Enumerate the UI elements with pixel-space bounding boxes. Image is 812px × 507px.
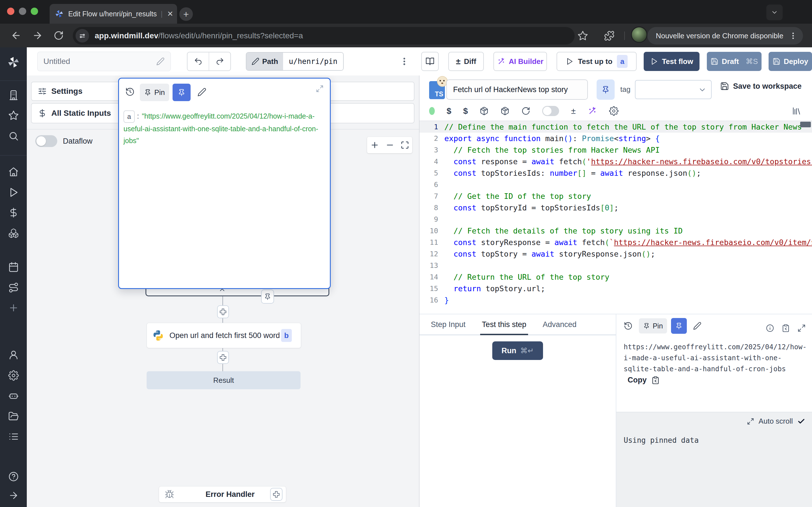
path-button[interactable]: Path u/henri/pin — [246, 52, 344, 71]
sidebar-item-home[interactable] — [0, 166, 27, 177]
reload-icon[interactable] — [54, 31, 64, 41]
new-tab-button[interactable]: + — [179, 7, 193, 21]
undo-button[interactable] — [188, 52, 209, 70]
zoom-in-icon[interactable] — [370, 140, 379, 150]
pencil-icon[interactable] — [197, 88, 206, 97]
expand-icon[interactable] — [797, 324, 806, 332]
traffic-light-close[interactable] — [7, 8, 14, 15]
back-icon[interactable] — [11, 30, 21, 41]
active-pin-button[interactable] — [172, 83, 191, 101]
fit-view-icon[interactable] — [401, 141, 409, 149]
traffic-light-zoom[interactable] — [31, 8, 38, 15]
sidebar-item-workers[interactable] — [0, 390, 27, 401]
pinned-input-popup: Pin a:"https://www.geoffreylitt.com/2025… — [118, 78, 331, 289]
sidebar-item-settings[interactable] — [0, 370, 27, 381]
active-pin-button[interactable] — [671, 318, 687, 334]
insert-step-button[interactable] — [217, 305, 229, 318]
sidebar-item-expand[interactable] — [0, 490, 27, 501]
bookmark-star-icon[interactable] — [577, 31, 588, 41]
sidebar-item-routes[interactable] — [0, 282, 27, 293]
error-handler-node[interactable]: Error Handler — [159, 486, 286, 503]
tab-advanced[interactable]: Advanced — [543, 314, 576, 335]
traffic-light-minimize[interactable] — [19, 8, 26, 15]
pin-icon — [264, 293, 271, 300]
history-icon[interactable] — [624, 321, 633, 330]
windmill-logo[interactable] — [0, 56, 27, 69]
redo-button[interactable] — [209, 52, 231, 70]
flow-name-input[interactable]: Untitled — [37, 52, 171, 71]
save-icon — [711, 57, 718, 65]
zoom-out-icon[interactable] — [386, 140, 395, 150]
docs-button[interactable] — [421, 52, 439, 71]
package-icon[interactable] — [500, 107, 509, 115]
expand-icon[interactable] — [316, 85, 324, 93]
node-pin-button[interactable] — [261, 290, 274, 304]
test-up-to-button[interactable]: Test up to a — [557, 52, 637, 71]
flow-node-b[interactable]: Open url and fetch first 500 words of ..… — [147, 323, 301, 348]
sidebar-item-help[interactable] — [0, 471, 27, 482]
chrome-update-button[interactable]: Nouvelle version de Chrome disponible — [647, 27, 803, 45]
pin-button[interactable]: Pin — [639, 318, 667, 334]
flow-name: Untitled — [43, 57, 70, 66]
sidebar-item-workspace[interactable] — [0, 90, 27, 101]
menu-kebab-icon[interactable] — [789, 32, 797, 40]
auto-scroll-control[interactable]: Auto scroll — [747, 417, 805, 426]
sidebar-item-runs[interactable] — [0, 187, 27, 198]
avatar[interactable] — [631, 26, 647, 43]
minimap-slider[interactable] — [800, 122, 811, 127]
step-summary-input[interactable] — [446, 79, 588, 100]
sidebar-item-folders[interactable] — [0, 411, 27, 421]
sidebar-item-variables[interactable] — [0, 207, 27, 218]
dataflow-toggle[interactable] — [35, 135, 57, 147]
pencil-icon[interactable] — [693, 322, 702, 330]
sidebar-item-resources[interactable] — [0, 228, 27, 238]
tab-test-this-step[interactable]: Test this step — [482, 314, 526, 335]
tab-search-chevron-icon[interactable] — [766, 4, 783, 20]
more-options-icon[interactable] — [400, 56, 409, 67]
sidebar-item-add[interactable] — [0, 302, 27, 313]
sidebar-item-favorites[interactable] — [0, 110, 27, 121]
diff-button[interactable]: ±Diff — [448, 52, 484, 71]
sidebar-item-search[interactable] — [0, 131, 27, 142]
url-bar[interactable]: app.windmill.dev/flows/edit/u/henri/pin_… — [73, 27, 574, 45]
pinned-result-value[interactable]: https://www.geoffreylitt.com/2025/04/12/… — [624, 341, 809, 374]
sidebar-item-logs[interactable] — [0, 431, 27, 442]
check-icon — [797, 417, 805, 425]
insert-step-button[interactable] — [217, 351, 229, 364]
copy-button[interactable]: Copy — [627, 376, 660, 385]
tab-close-icon[interactable]: ✕ — [167, 10, 173, 18]
add-error-handler-button[interactable] — [270, 488, 283, 501]
code-editor[interactable]: 1// Define the main function to fetch th… — [419, 121, 812, 314]
deploy-button[interactable]: Deploy — [769, 52, 812, 71]
ai-wand-icon[interactable] — [588, 106, 597, 116]
history-icon[interactable] — [125, 87, 135, 97]
header-pin-toggle[interactable] — [597, 79, 615, 100]
pin-button[interactable]: Pin — [140, 83, 169, 101]
refresh-icon[interactable] — [521, 107, 530, 115]
browser-tab[interactable]: Edit Flow u/henri/pin_results | ✕ — [50, 4, 177, 24]
variables-icon[interactable]: $ — [447, 106, 451, 116]
resources-icon[interactable]: $ — [463, 106, 468, 116]
sidebar-item-schedules[interactable] — [0, 262, 27, 272]
forward-icon[interactable] — [32, 30, 43, 41]
package-icon[interactable] — [479, 107, 489, 115]
run-button[interactable]: Run ⌘↵ — [492, 341, 543, 360]
info-icon[interactable] — [766, 324, 774, 332]
tab-step-input[interactable]: Step Input — [431, 314, 465, 335]
test-flow-button[interactable]: Test flow — [644, 52, 700, 71]
site-info-icon[interactable] — [75, 29, 89, 43]
flow-result-node[interactable]: Result — [147, 371, 301, 389]
ai-builder-button[interactable]: AI Builder — [493, 52, 547, 71]
sidebar-item-account[interactable] — [0, 349, 27, 360]
draft-button[interactable]: Draft⌘S — [707, 52, 762, 71]
gear-icon[interactable] — [609, 106, 619, 116]
pinned-json-value: a:"https://www.geoffreylitt.com/2025/04/… — [123, 110, 321, 147]
extensions-icon[interactable] — [604, 31, 615, 41]
save-to-workspace-button[interactable]: Save to workspace — [720, 82, 802, 91]
diff-icon[interactable]: ± — [571, 106, 575, 116]
play-icon — [650, 57, 658, 65]
editor-toggle[interactable] — [542, 106, 559, 116]
library-icon[interactable] — [792, 106, 801, 116]
tag-select[interactable] — [635, 80, 712, 99]
clipboard-icon[interactable] — [781, 324, 790, 332]
